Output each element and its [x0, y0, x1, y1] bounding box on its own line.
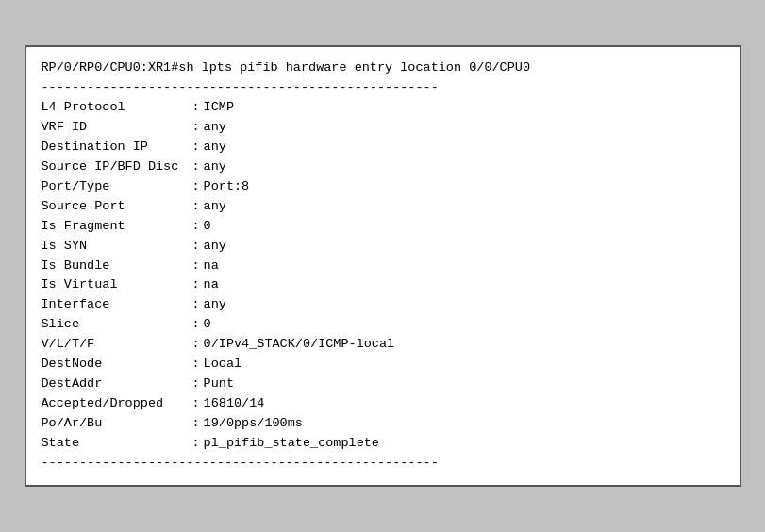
field-colon: :	[192, 237, 200, 257]
field-value: 0	[204, 315, 724, 335]
table-row: Source IP/BFD Disc: any	[42, 158, 724, 177]
field-value: Punt	[204, 374, 724, 394]
field-value: na	[204, 275, 724, 295]
field-colon: :	[192, 414, 200, 434]
field-label: Is Virtual	[42, 275, 192, 295]
table-row: Accepted/Dropped : 16810/14	[42, 394, 724, 414]
field-colon: :	[192, 434, 200, 454]
field-label: Is SYN	[42, 237, 192, 257]
field-label: Slice	[42, 315, 192, 335]
table-row: L4 Protocol : ICMP	[42, 98, 724, 118]
field-colon: :	[192, 217, 200, 237]
field-colon: :	[192, 374, 200, 394]
field-colon: :	[192, 98, 200, 118]
field-label: Po/Ar/Bu	[42, 414, 192, 434]
field-colon: :	[192, 138, 200, 158]
field-value: 19/0pps/100ms	[204, 414, 724, 434]
field-colon: :	[192, 394, 200, 414]
field-label: Interface	[42, 295, 192, 315]
field-label: VRF ID	[42, 118, 192, 138]
field-value: any	[204, 197, 724, 217]
field-label: State	[42, 434, 192, 454]
field-value: na	[204, 257, 724, 276]
field-colon: :	[192, 257, 200, 276]
field-label: Source IP/BFD Disc	[42, 158, 192, 177]
field-label: Port/Type	[42, 177, 192, 197]
field-label: Destination IP	[42, 138, 192, 158]
table-row: Port/Type : Port:8	[42, 177, 724, 197]
field-colon: :	[192, 295, 200, 315]
table-row: Source Port : any	[42, 197, 724, 217]
field-value: 0/IPv4_STACK/0/ICMP-local	[204, 335, 724, 355]
field-label: L4 Protocol	[42, 98, 192, 118]
table-row: Is Fragment : 0	[42, 217, 724, 237]
field-value: 0	[204, 217, 724, 237]
field-label: DestNode	[42, 355, 192, 374]
field-label: V/L/T/F	[42, 335, 192, 355]
field-colon: :	[192, 118, 200, 138]
field-colon: :	[192, 335, 200, 355]
table-row: Is Bundle : na	[42, 257, 724, 276]
field-colon: :	[192, 197, 200, 217]
field-value: Local	[204, 355, 724, 374]
table-row: State : pl_pifib_state_complete	[42, 434, 724, 454]
field-value: any	[204, 237, 724, 257]
bottom-divider: ----------------------------------------…	[42, 454, 724, 474]
table-row: Slice : 0	[42, 315, 724, 335]
field-value: any	[204, 158, 724, 177]
field-colon: :	[192, 315, 200, 335]
field-colon: :	[192, 158, 200, 177]
field-label: Source Port	[42, 197, 192, 217]
field-colon: :	[192, 275, 200, 295]
table-row: DestNode : Local	[42, 355, 724, 374]
field-value: pl_pifib_state_complete	[204, 434, 724, 454]
table-row: VRF ID : any	[42, 118, 724, 138]
field-value: any	[204, 118, 724, 138]
field-label: DestAddr	[42, 374, 192, 394]
table-row: Interface : any	[42, 295, 724, 315]
field-colon: :	[192, 177, 200, 197]
field-colon: :	[192, 355, 200, 374]
field-value: any	[204, 295, 724, 315]
table-row: Po/Ar/Bu : 19/0pps/100ms	[42, 414, 724, 434]
terminal-window: RP/0/RP0/CPU0:XR1#sh lpts pifib hardware…	[25, 45, 741, 486]
field-value: ICMP	[204, 98, 724, 118]
table-row: DestAddr : Punt	[42, 374, 724, 394]
fields-container: L4 Protocol : ICMPVRF ID : anyDestinatio…	[42, 98, 724, 454]
field-label: Is Fragment	[42, 217, 192, 237]
table-row: Destination IP : any	[42, 138, 724, 158]
table-row: V/L/T/F : 0/IPv4_STACK/0/ICMP-local	[42, 335, 724, 355]
field-value: Port:8	[204, 177, 724, 197]
field-value: any	[204, 138, 724, 158]
field-label: Is Bundle	[42, 257, 192, 276]
field-label: Accepted/Dropped	[42, 394, 192, 414]
table-row: Is Virtual : na	[42, 275, 724, 295]
top-divider: ----------------------------------------…	[42, 78, 724, 98]
table-row: Is SYN : any	[42, 237, 724, 257]
field-value: 16810/14	[204, 394, 724, 414]
prompt-line: RP/0/RP0/CPU0:XR1#sh lpts pifib hardware…	[42, 58, 724, 78]
